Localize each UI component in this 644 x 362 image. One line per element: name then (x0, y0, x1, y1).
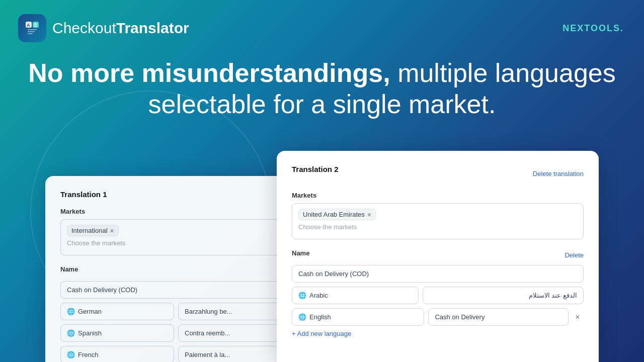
card1-lang-french[interactable]: 🌐 French (60, 346, 174, 362)
card1-markets-box[interactable]: International × Choose the markets (60, 219, 312, 255)
card2-markets-label: Markets (292, 192, 584, 199)
card1-name-label: Name (60, 265, 78, 273)
delete-translation-button[interactable]: Delete translation (533, 170, 584, 177)
card2-name-header: Name Delete (292, 249, 584, 261)
card2-markets-box[interactable]: United Arab Emirates × Choose the market… (292, 203, 584, 239)
card2-name-input[interactable] (292, 265, 584, 283)
card2-lang-arabic[interactable]: 🌐 Arabic (292, 287, 419, 304)
card2-lang-english[interactable]: 🌐 English (292, 308, 424, 326)
card2-header: Translation 2 Delete translation (292, 165, 584, 183)
card2-lang-row-english: 🌐 English Cash on Delivery × (292, 308, 584, 326)
nextools-logo: NEXTOOLS. (562, 23, 624, 34)
card2-lang-english-value[interactable]: Cash on Delivery (428, 308, 569, 326)
svg-text:文: 文 (33, 23, 38, 28)
logo-area: A 文 CheckoutTranslator (18, 14, 189, 42)
hero-section: No more misunderstandings, multiple lang… (0, 42, 644, 130)
card2-english-remove-button[interactable]: × (572, 311, 584, 323)
card1-lang-row-german: 🌐 German Barzahlung be... (60, 303, 312, 320)
card2-lang-row-arabic: 🌐 Arabic الدفع عند الاستلام (292, 287, 584, 304)
card2-market-tag: United Arab Emirates × (298, 209, 376, 220)
hero-heading: No more misunderstandings, multiple lang… (10, 57, 634, 120)
cards-container: Translation 1 Markets International × Ch… (45, 166, 599, 362)
delete-name-button[interactable]: Delete (565, 251, 584, 259)
card1-title: Translation 1 (60, 190, 312, 199)
card1-lang-spanish[interactable]: 🌐 Spanish (60, 324, 174, 342)
svg-text:A: A (27, 23, 30, 28)
add-language-button[interactable]: + Add new language (292, 330, 584, 337)
app-title: CheckoutTranslator (52, 20, 189, 37)
card1-name-header: Name (60, 265, 312, 277)
card2-choose-markets[interactable]: Choose the markets (298, 223, 577, 231)
header: A 文 CheckoutTranslator NEXTOOLS. (0, 0, 644, 42)
card2-lang-arabic-value[interactable]: الدفع عند الاستلام (423, 287, 584, 304)
card1-lang-german[interactable]: 🌐 German (60, 303, 174, 320)
translation-card-2: Translation 2 Delete translation Markets… (277, 151, 599, 362)
card1-name-input[interactable] (60, 281, 312, 299)
card2-name-label: Name (292, 249, 309, 257)
card2-title: Translation 2 (292, 165, 339, 173)
card1-market-tag: International × (67, 225, 119, 236)
card1-lang-row-spanish: 🌐 Spanish Contra reemb... (60, 324, 312, 342)
app-logo-icon: A 文 (18, 14, 46, 42)
card1-choose-markets[interactable]: Choose the markets (67, 239, 305, 247)
card1-market-tag-remove[interactable]: × (110, 227, 114, 234)
card2-market-tag-remove[interactable]: × (367, 211, 371, 218)
card1-markets-label: Markets (60, 208, 312, 215)
card1-lang-row-french: 🌐 French Paiement à la... (60, 346, 312, 362)
